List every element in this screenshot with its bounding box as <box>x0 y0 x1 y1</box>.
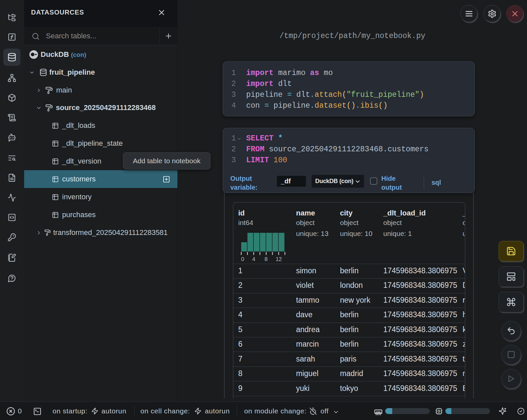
svg-text:8: 8 <box>264 256 267 262</box>
svg-text:12: 12 <box>276 256 282 262</box>
svg-text:0: 0 <box>241 256 244 262</box>
svg-text:4: 4 <box>252 256 255 262</box>
